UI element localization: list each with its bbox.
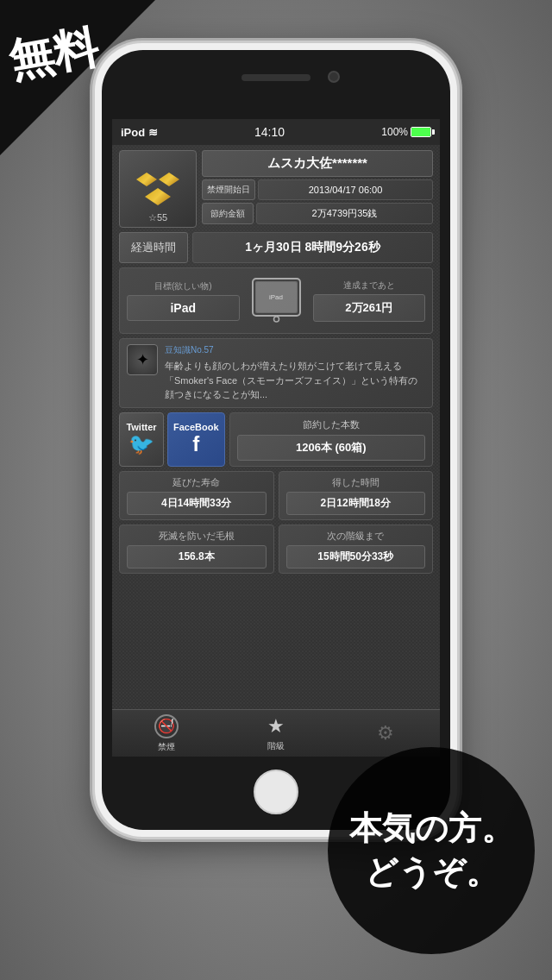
fact-box: ✦ 豆知識No.57 年齢よりも顔のしわが増えたり頬がこけて老けて見える「Smo… [119, 338, 433, 408]
elapsed-label: 経過時間 [119, 232, 188, 263]
elapsed-value: 1ヶ月30日 8時間9分26秒 [192, 232, 433, 263]
stat-value: 15時間50分33秒 [286, 545, 426, 569]
goal-remaining-value: 2万261円 [313, 294, 426, 322]
stat-box: 得した時間2日12時間18分 [279, 471, 434, 520]
stat-box: 死滅を防いだ毛根156.8本 [119, 525, 274, 574]
avatar-diamonds [136, 173, 179, 205]
tab-kaikyu-label: 階級 [267, 740, 285, 752]
goal-center: iPad [244, 273, 309, 329]
camera [328, 71, 340, 83]
battery-icon [411, 127, 431, 137]
goal-remaining-label: 達成まであと [313, 280, 426, 292]
battery-display: 100% [381, 126, 431, 138]
goal-target-label: 目標(欲しい物) [127, 280, 240, 292]
fact-label: 豆知識No.57 [165, 344, 425, 356]
gear-icon: ⚙ [377, 722, 394, 744]
svg-point-3 [273, 317, 279, 322]
wifi-icon: ≋ [148, 126, 158, 139]
fact-text: 年齢よりも顔のしわが増えたり頬がこけて老けて見える「Smoker's Face（… [165, 359, 425, 402]
tab-kaikyu[interactable]: ★ 階級 [222, 715, 331, 752]
cta-line1: 本気の方。 [349, 807, 514, 851]
goal-section: 目標(欲しい物) iPad iPad [119, 267, 433, 334]
social-and-saved: Twitter 🐦 FaceBook f 節約した本数 1206本 (60箱) [119, 412, 433, 467]
diamond-center [145, 188, 171, 205]
cta-line2: どうぞ。 [365, 851, 499, 895]
saved-count-label: 節約した本数 [303, 418, 360, 431]
stat-box: 次の階級まで15時間50分33秒 [279, 525, 434, 574]
tab-bar: 🚭 禁煙 ★ 階級 ⚙ [112, 709, 440, 757]
savings-row: 節約金額 2万4739円35銭 [202, 203, 433, 224]
screen: iPod ≋ 14:10 100% [112, 119, 440, 757]
tab-kinnen-label: 禁煙 [158, 741, 175, 753]
ipad-svg: iPad [248, 277, 304, 324]
facebook-icon: f [192, 432, 199, 456]
diamond-2 [159, 173, 179, 186]
twitter-button[interactable]: Twitter 🐦 [119, 412, 164, 467]
savings-value: 2万4739円35銭 [256, 203, 433, 224]
stars-label: ☆55 [120, 212, 196, 223]
goal-right: 達成まであと 2万261円 [313, 280, 426, 322]
facebook-label: FaceBook [173, 422, 219, 432]
social-buttons: Twitter 🐦 FaceBook f [119, 412, 225, 467]
elapsed-row: 経過時間 1ヶ月30日 8時間9分26秒 [119, 232, 433, 263]
user-info: ムスカ大佐******* 禁煙開始日 2013/04/17 06:00 節約金額… [202, 150, 433, 228]
stat-label: 次の階級まで [327, 530, 384, 543]
stat-value: 156.8本 [127, 545, 267, 569]
home-button[interactable] [254, 770, 298, 814]
savings-label: 節約金額 [202, 203, 254, 224]
tab-settings[interactable]: ⚙ [330, 722, 440, 744]
saved-count-box: 節約した本数 1206本 (60箱) [229, 412, 433, 467]
cta-circle: 本気の方。 どうぞ。 [328, 747, 535, 954]
stat-label: 得した時間 [332, 476, 380, 489]
stat-value: 2日12時間18分 [286, 492, 426, 515]
tab-kinnen[interactable]: 🚭 禁煙 [112, 714, 222, 753]
status-bar: iPod ≋ 14:10 100% [112, 119, 440, 145]
fact-content: 豆知識No.57 年齢よりも顔のしわが増えたり頬がこけて老けて見える「Smoke… [165, 344, 425, 402]
start-date-value: 2013/04/17 06:00 [258, 179, 433, 200]
diamond-1 [136, 173, 157, 186]
goal-item-name: iPad [127, 295, 240, 321]
username: ムスカ大佐******* [202, 150, 433, 177]
speaker [242, 74, 310, 81]
goal-left: 目標(欲しい物) iPad [127, 280, 240, 321]
twitter-icon: 🐦 [129, 432, 154, 456]
saved-count-value: 1206本 (60箱) [237, 435, 425, 461]
fact-icon: ✦ [127, 344, 158, 375]
svg-text:iPad: iPad [268, 293, 282, 301]
time-display: 14:10 [254, 125, 285, 139]
carrier-label: iPod ≋ [121, 126, 158, 139]
twitter-label: Twitter [126, 422, 156, 432]
no-smoking-icon: 🚭 [154, 714, 179, 738]
main-content: ☆55 ムスカ大佐******* 禁煙開始日 2013/04/17 06:00 … [112, 145, 440, 579]
start-date-row: 禁煙開始日 2013/04/17 06:00 [202, 179, 433, 200]
phone-inner: iPod ≋ 14:10 100% [102, 50, 450, 830]
avatar-box: ☆55 [119, 150, 197, 228]
star-icon: ★ [267, 715, 285, 738]
stat-value: 4日14時間33分 [127, 492, 267, 515]
top-section: ☆55 ムスカ大佐******* 禁煙開始日 2013/04/17 06:00 … [119, 150, 433, 228]
stat-box: 延びた寿命4日14時間33分 [119, 471, 274, 520]
start-date-label: 禁煙開始日 [202, 179, 255, 200]
phone-frame: iPod ≋ 14:10 100% [95, 43, 457, 837]
stat-label: 延びた寿命 [172, 476, 220, 489]
stat-label: 死滅を防いだ毛根 [159, 530, 235, 543]
stats-grid: 延びた寿命4日14時間33分得した時間2日12時間18分死滅を防いだ毛根156.… [119, 471, 433, 574]
facebook-button[interactable]: FaceBook f [167, 412, 225, 467]
